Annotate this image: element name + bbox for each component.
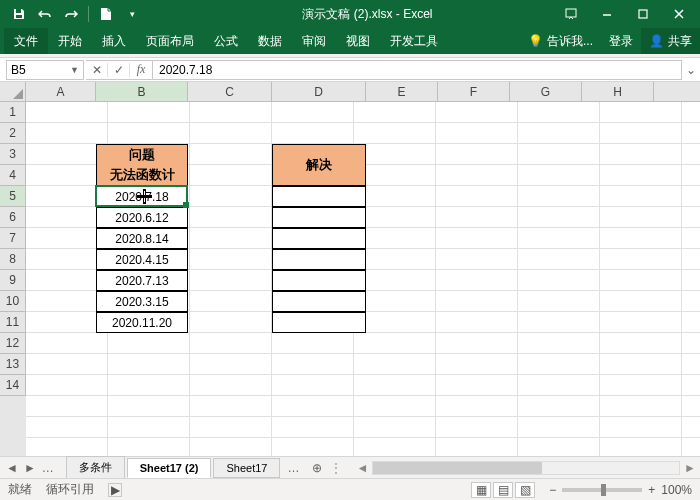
col-header[interactable]: C — [188, 82, 272, 101]
cell[interactable]: 2020.4.15 — [96, 249, 188, 270]
cell[interactable]: 2020.11.20 — [96, 312, 188, 333]
sheet-tab[interactable]: Sheet17 — [213, 458, 280, 478]
tab-home[interactable]: 开始 — [48, 28, 92, 54]
fx-icon[interactable]: fx — [130, 62, 152, 77]
row-header[interactable]: 11 — [0, 312, 26, 333]
window-controls — [554, 0, 696, 28]
row-header[interactable]: 5 — [0, 186, 26, 207]
row-header[interactable]: 12 — [0, 333, 26, 354]
select-all-corner[interactable] — [0, 82, 26, 101]
tab-data[interactable]: 数据 — [248, 28, 292, 54]
record-macro-icon[interactable]: ▶ — [108, 483, 122, 497]
cell[interactable] — [272, 228, 366, 249]
row-header[interactable]: 9 — [0, 270, 26, 291]
sheet-tab-active[interactable]: Sheet17 (2) — [127, 458, 212, 478]
maximize-icon[interactable] — [626, 0, 660, 28]
zoom-out-icon[interactable]: − — [549, 483, 556, 497]
row-header[interactable]: 8 — [0, 249, 26, 270]
title-bar: ▾ 演示文稿 (2).xlsx - Excel — [0, 0, 700, 28]
col-header[interactable]: E — [366, 82, 438, 101]
zoom-in-icon[interactable]: + — [648, 483, 655, 497]
col-header[interactable]: G — [510, 82, 582, 101]
col-header[interactable]: A — [26, 82, 96, 101]
share-button[interactable]: 👤共享 — [641, 28, 700, 54]
col-header[interactable]: B — [96, 82, 188, 101]
cell[interactable] — [272, 249, 366, 270]
sheet-next-icon[interactable]: ► — [24, 461, 36, 475]
enter-icon[interactable]: ✓ — [108, 63, 130, 77]
column-headers: A B C D E F G H — [0, 82, 700, 102]
scrollbar-thumb[interactable] — [373, 462, 541, 474]
row-header[interactable]: 3 — [0, 144, 26, 165]
minimize-icon[interactable] — [590, 0, 624, 28]
name-box[interactable]: B5▼ — [6, 60, 84, 80]
tab-review[interactable]: 审阅 — [292, 28, 336, 54]
person-icon: 👤 — [649, 34, 664, 48]
formula-bar: B5▼ ✕ ✓ fx 2020.7.18 ⌄ — [0, 58, 700, 82]
cell[interactable] — [272, 312, 366, 333]
qat-dropdown-icon[interactable]: ▾ — [123, 5, 141, 23]
sheet-tab-bar: ◄ ► … 多条件 Sheet17 (2) Sheet17 … ⊕ ⋮ ◄ ► — [0, 456, 700, 478]
cell[interactable]: 2020.7.18 — [96, 186, 188, 207]
row-header[interactable]: 14 — [0, 375, 26, 396]
col-header[interactable]: F — [438, 82, 510, 101]
col-header[interactable]: H — [582, 82, 654, 101]
ribbon-options-icon[interactable] — [554, 0, 588, 28]
undo-icon[interactable] — [36, 5, 54, 23]
tab-developer[interactable]: 开发工具 — [380, 28, 448, 54]
sheet-tab[interactable]: 多条件 — [66, 456, 125, 479]
row-header[interactable]: 13 — [0, 354, 26, 375]
close-icon[interactable] — [662, 0, 696, 28]
cell[interactable]: 2020.6.12 — [96, 207, 188, 228]
ribbon-tabs: 文件 开始 插入 页面布局 公式 数据 审阅 视图 开发工具 💡告诉我... 登… — [0, 28, 700, 54]
cell[interactable]: 2020.7.13 — [96, 270, 188, 291]
tab-formula[interactable]: 公式 — [204, 28, 248, 54]
new-sheet-icon[interactable]: ⊕ — [306, 460, 328, 476]
svg-rect-2 — [566, 9, 576, 17]
row-headers: 1 2 3 4 5 6 7 8 9 10 11 12 13 14 — [0, 102, 26, 456]
sheet-prev-icon[interactable]: ◄ — [6, 461, 18, 475]
cell-header[interactable]: 问题 — [96, 144, 188, 165]
row-header[interactable]: 7 — [0, 228, 26, 249]
row-header[interactable]: 2 — [0, 123, 26, 144]
row-header[interactable]: 6 — [0, 207, 26, 228]
row-header[interactable]: 10 — [0, 291, 26, 312]
cell[interactable] — [272, 270, 366, 291]
tell-me[interactable]: 💡告诉我... — [520, 28, 601, 54]
page-break-icon[interactable]: ▧ — [515, 482, 535, 498]
save-icon[interactable] — [10, 5, 28, 23]
tab-insert[interactable]: 插入 — [92, 28, 136, 54]
tab-layout[interactable]: 页面布局 — [136, 28, 204, 54]
page-layout-icon[interactable]: ▤ — [493, 482, 513, 498]
share-label: 共享 — [668, 33, 692, 50]
zoom-slider[interactable] — [562, 488, 642, 492]
zoom-percent[interactable]: 100% — [661, 483, 692, 497]
new-icon[interactable] — [97, 5, 115, 23]
row-header[interactable]: 1 — [0, 102, 26, 123]
cell[interactable] — [272, 186, 366, 207]
normal-view-icon[interactable]: ▦ — [471, 482, 491, 498]
cell[interactable] — [272, 291, 366, 312]
col-header[interactable]: D — [272, 82, 366, 101]
cell[interactable]: 2020.8.14 — [96, 228, 188, 249]
formula-input[interactable]: 2020.7.18 — [153, 60, 682, 80]
redo-icon[interactable] — [62, 5, 80, 23]
row-header[interactable]: 4 — [0, 165, 26, 186]
cells-area[interactable]: 问题 无法函数计 2020.7.18 2020.6.12 2020.8.14 2… — [26, 102, 700, 456]
sheet-more-icon[interactable]: … — [42, 461, 54, 475]
horizontal-scrollbar[interactable]: ◄ ► — [352, 461, 700, 475]
tab-splitter[interactable]: ⋮ — [330, 461, 336, 475]
status-bar: 就绪 循环引用 ▶ ▦ ▤ ▧ − + 100% — [0, 478, 700, 500]
cell[interactable] — [272, 207, 366, 228]
cancel-icon[interactable]: ✕ — [86, 63, 108, 77]
cell-header[interactable]: 解决 — [272, 144, 366, 186]
chevron-down-icon[interactable]: ▼ — [70, 65, 79, 75]
cell[interactable]: 2020.3.15 — [96, 291, 188, 312]
login-button[interactable]: 登录 — [601, 28, 641, 54]
bulb-icon: 💡 — [528, 34, 543, 48]
sheet-more-dots[interactable]: … — [282, 460, 304, 476]
expand-formula-icon[interactable]: ⌄ — [682, 63, 700, 77]
cell-header[interactable]: 无法函数计 — [96, 165, 188, 186]
tab-view[interactable]: 视图 — [336, 28, 380, 54]
tab-file[interactable]: 文件 — [4, 28, 48, 54]
